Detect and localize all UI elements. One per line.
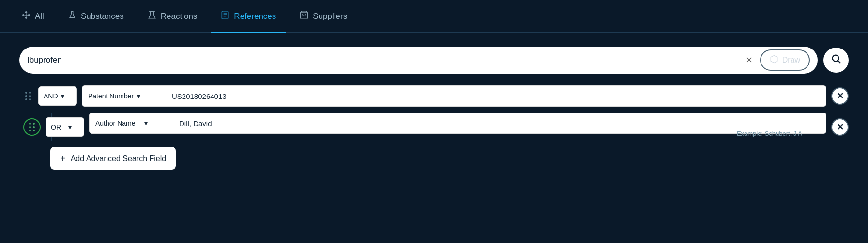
advanced-search-row-2: AND OR NOT ▾ Patent Number Author Name J…	[23, 113, 849, 141]
drag-dot	[29, 126, 31, 128]
add-field-label: Add Advanced Search Field	[71, 154, 166, 163]
cart-icon	[299, 10, 309, 22]
drag-dot	[33, 126, 35, 128]
field-type-select-2[interactable]: Patent Number Author Name Journal Year D…	[95, 119, 141, 127]
logic-select-2[interactable]: AND OR NOT	[51, 123, 65, 131]
clear-search-button[interactable]: ✕	[743, 53, 756, 67]
remove-row-1-button[interactable]: ✕	[831, 87, 849, 105]
svg-point-2	[28, 14, 30, 16]
nav-label-all: All	[35, 12, 44, 21]
search-icon	[831, 53, 841, 67]
search-bar: ✕ Draw	[19, 47, 818, 74]
nav-item-references[interactable]: References	[211, 0, 286, 33]
chevron-down-icon: ▾	[68, 123, 72, 131]
advanced-search-row-2-wrapper: AND OR NOT ▾ Patent Number Author Name J…	[23, 113, 849, 141]
drag-dot	[33, 130, 35, 131]
search-input[interactable]	[27, 55, 739, 65]
logic-select-1[interactable]: AND OR NOT	[44, 92, 58, 100]
drag-dot	[25, 92, 27, 94]
advanced-search-row-1: AND OR NOT ▾ Patent Number Author Name J…	[23, 85, 849, 107]
svg-point-3	[25, 17, 27, 19]
example-text: Example: Schubert, J A	[737, 130, 826, 137]
draw-label: Draw	[782, 56, 800, 65]
svg-point-11	[833, 55, 839, 62]
field-type-dropdown-1[interactable]: Patent Number Author Name Journal Year D…	[82, 85, 164, 107]
close-icon: ✕	[746, 55, 753, 65]
plus-icon: +	[60, 153, 66, 164]
field-container-2: Patent Number Author Name Journal Year D…	[89, 113, 826, 141]
hexagon-icon	[770, 55, 778, 65]
drag-dot	[33, 123, 35, 125]
nav-label-substances: Substances	[81, 12, 124, 21]
drag-dot	[29, 92, 31, 94]
draw-button[interactable]: Draw	[760, 49, 810, 71]
document-icon	[220, 10, 230, 22]
nav-label-suppliers: Suppliers	[313, 12, 347, 21]
nav-item-all[interactable]: All	[12, 0, 54, 33]
svg-marker-10	[771, 56, 777, 63]
nav-item-reactions[interactable]: Reactions	[137, 0, 207, 33]
svg-point-1	[25, 11, 27, 13]
logic-dropdown-2[interactable]: AND OR NOT ▾	[46, 117, 84, 137]
svg-rect-6	[222, 11, 228, 19]
field-container-1: Patent Number Author Name Journal Year D…	[82, 85, 826, 107]
svg-point-0	[22, 14, 24, 16]
add-advanced-search-field-button[interactable]: + Add Advanced Search Field	[50, 147, 176, 170]
field-type-dropdown-2[interactable]: Patent Number Author Name Journal Year D…	[89, 113, 171, 134]
drag-dot	[29, 95, 31, 97]
chevron-down-icon: ▾	[144, 119, 148, 127]
nav-item-suppliers[interactable]: Suppliers	[289, 0, 357, 33]
field-type-select-1[interactable]: Patent Number Author Name Journal Year D…	[88, 92, 134, 100]
beaker-icon	[147, 10, 157, 22]
drag-dot	[25, 98, 27, 100]
drag-handle-2[interactable]	[23, 118, 41, 136]
drag-dot	[25, 95, 27, 97]
chevron-down-icon: ▾	[61, 92, 64, 100]
close-icon: ✕	[837, 122, 844, 132]
search-bar-container: ✕ Draw	[19, 47, 849, 74]
drag-dot	[29, 98, 31, 100]
drag-dot	[29, 123, 31, 125]
drag-handle-1[interactable]	[23, 90, 33, 102]
flask-icon	[67, 10, 77, 22]
drag-dot	[29, 130, 31, 131]
search-submit-button[interactable]	[823, 48, 849, 73]
nav-item-substances[interactable]: Substances	[58, 0, 134, 33]
field-value-input-2[interactable]	[171, 113, 826, 134]
close-icon: ✕	[837, 91, 844, 101]
nav-label-reactions: Reactions	[161, 12, 198, 21]
svg-line-12	[838, 61, 840, 63]
chevron-down-icon: ▾	[137, 92, 140, 100]
field-value-input-1[interactable]	[164, 85, 826, 107]
advanced-search: AND OR NOT ▾ Patent Number Author Name J…	[19, 85, 849, 170]
top-navigation: All Substances Reactions References Supp…	[0, 0, 868, 33]
nodes-icon	[21, 10, 31, 22]
logic-dropdown-1[interactable]: AND OR NOT ▾	[38, 86, 77, 106]
nav-label-references: References	[234, 12, 276, 21]
remove-row-2-button[interactable]: ✕	[831, 118, 849, 136]
main-content: ✕ Draw	[0, 33, 868, 179]
